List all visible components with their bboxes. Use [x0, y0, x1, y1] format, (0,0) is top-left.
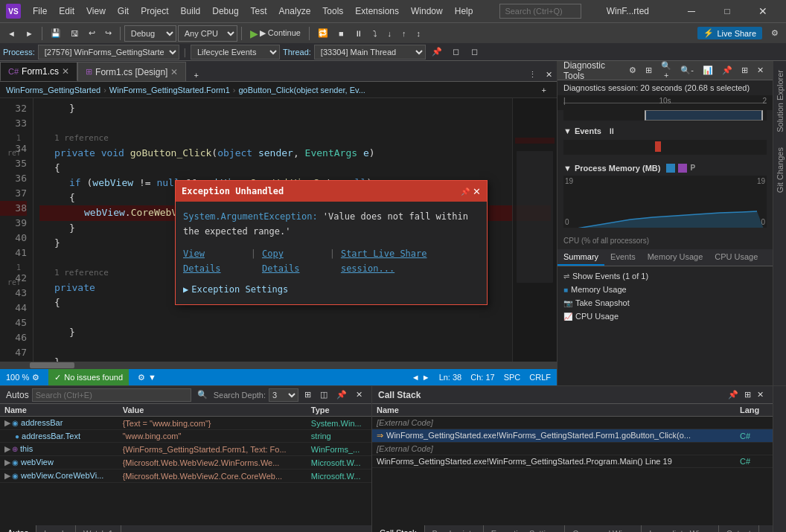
callstack-close-button[interactable]: ✕	[754, 388, 767, 401]
thread-btn-1[interactable]: ◻	[448, 45, 464, 58]
diag-close-button[interactable]: ✕	[754, 64, 767, 77]
menu-window[interactable]: Window	[405, 4, 449, 18]
autos-row-2[interactable]: ▶⊕ this {WinForms_GettingStarted.Form1, …	[0, 443, 371, 456]
zoom-level[interactable]: 100 % ⚙	[6, 373, 39, 382]
panel-close-editor[interactable]: ✕	[541, 68, 557, 81]
menu-test[interactable]: Test	[245, 4, 273, 18]
toolbar-btn-1[interactable]: 🔁	[313, 27, 333, 39]
autos-float-button[interactable]: 📌	[333, 388, 350, 401]
nav-forward-button[interactable]: ►	[21, 28, 38, 39]
live-share-session-link[interactable]: Start Live Share session...	[341, 246, 479, 276]
menu-tools[interactable]: Tools	[316, 4, 349, 18]
menu-file[interactable]: File	[27, 4, 53, 18]
diag-snapshot-row[interactable]: 📷 Take Snapshot	[560, 296, 770, 310]
tab-close-form1-design[interactable]: ✕	[170, 67, 178, 77]
process-dropdown[interactable]: [27576] WinForms_GettingStarted...	[38, 45, 179, 60]
toolbar-indicator[interactable]: ⚙ ▼	[138, 373, 156, 382]
breadcrumb-part-3[interactable]: goButton_Click(object sender, Ev...	[239, 86, 365, 94]
diag-settings-button[interactable]: ⚙	[626, 64, 639, 77]
lifecycle-dropdown[interactable]: Lifecycle Events	[191, 45, 280, 60]
callstack-pin-button[interactable]: 📌	[725, 388, 741, 401]
thread-pin-button[interactable]: 📌	[429, 46, 445, 57]
diag-memory-row[interactable]: ■ Memory Usage	[560, 283, 770, 296]
thread-dropdown[interactable]: [33304] Main Thread	[314, 45, 426, 60]
exception-pin-button[interactable]: 📌	[461, 186, 470, 197]
menu-git[interactable]: Git	[112, 4, 135, 18]
autos-row-1[interactable]: ● addressBar.Text "www.bing.com" string	[0, 430, 371, 443]
autos-expand-button[interactable]: ⊞	[301, 388, 314, 401]
nav-back-button[interactable]: ◄	[3, 28, 20, 39]
continue-button[interactable]: ▶ ▶ Continue	[246, 26, 305, 41]
menu-debug[interactable]: Debug	[206, 4, 244, 18]
menu-project[interactable]: Project	[135, 4, 174, 18]
events-pause-button[interactable]: ⏸	[604, 125, 619, 137]
debug-dropdown[interactable]: Debug	[124, 25, 176, 42]
breadcrumb-expand-button[interactable]: +	[537, 84, 551, 96]
exception-close-button[interactable]: ✕	[473, 186, 481, 197]
thread-btn-2[interactable]: ◻	[467, 45, 482, 58]
breadcrumb-part-2[interactable]: WinForms_GettingStarted.Form1	[109, 86, 230, 94]
diag-filter-button[interactable]: ⊞	[642, 64, 655, 77]
tab-form1-design[interactable]: ⊞ Form1.cs [Design] ✕	[77, 62, 186, 81]
sidebar-git-changes[interactable]: Git Changes	[774, 141, 786, 199]
autos-tab-locals[interactable]: Locals	[36, 525, 76, 532]
tab-menu-button[interactable]: ⋮	[524, 68, 541, 81]
cs-tab-immediate[interactable]: Immediate Win...	[642, 525, 719, 532]
view-details-link[interactable]: View Details	[183, 246, 245, 276]
autos-row-0[interactable]: ▶◉ addressBar {Text = "www.bing.com"} Sy…	[0, 417, 371, 430]
diag-bar-chart-button[interactable]: 📊	[700, 64, 716, 77]
exception-settings-row[interactable]: ▶ Exception Settings	[183, 282, 479, 297]
diag-float-button[interactable]: ⊞	[738, 64, 751, 77]
toolbar-btn-4[interactable]: ↕	[412, 28, 426, 39]
sidebar-solution-explorer[interactable]: Solution Explorer	[774, 64, 786, 138]
tab-form1-cs[interactable]: C# Form1.cs ✕	[0, 62, 77, 81]
toolbar-btn-3[interactable]: ⏸	[350, 28, 367, 39]
autos-view-button[interactable]: ◫	[317, 388, 330, 401]
copy-details-link[interactable]: Copy Details	[262, 246, 324, 276]
no-issues-badge[interactable]: ✓ No issues found	[48, 369, 129, 385]
toolbar-settings-button[interactable]: ⚙	[767, 27, 783, 39]
maximize-button[interactable]: □	[710, 0, 744, 22]
toolbar-undo-button[interactable]: ↩	[84, 27, 100, 39]
diag-tab-summary[interactable]: Summary	[557, 249, 604, 266]
autos-tab-autos[interactable]: Autos	[0, 525, 36, 532]
menu-analyze[interactable]: Analyze	[273, 4, 317, 18]
callstack-row-0[interactable]: [External Code]	[372, 417, 773, 429]
toolbar-step-over[interactable]: ⤵	[368, 28, 382, 39]
breadcrumb-part-1[interactable]: WinForms_GettingStarted	[6, 86, 100, 94]
menu-build[interactable]: Build	[175, 4, 207, 18]
autos-search-button[interactable]: 🔍	[194, 388, 211, 401]
toolbar-btn-2[interactable]: ■	[334, 28, 348, 39]
close-button[interactable]: ✕	[746, 0, 780, 22]
callstack-row-3[interactable]: WinForms_GettingStarted.exe!WinForms_Get…	[372, 455, 773, 468]
diag-zoom-out-button[interactable]: 🔍-	[677, 64, 697, 77]
toolbar-redo-button[interactable]: ↪	[100, 27, 116, 39]
cpu-dropdown[interactable]: Any CPU	[178, 25, 237, 42]
diag-tab-events[interactable]: Events	[604, 249, 642, 266]
diag-zoom-in-button[interactable]: 🔍+	[658, 60, 674, 81]
diag-tab-memory[interactable]: Memory Usage	[642, 249, 709, 266]
toolbar-save-all-button[interactable]: 🖫	[66, 28, 83, 39]
live-share-button[interactable]: ⚡ Live Share	[697, 27, 762, 39]
autos-row-4[interactable]: ▶◉ webView.CoreWebVi... {Microsoft.Web.W…	[0, 469, 371, 483]
callstack-row-2[interactable]: [External Code]	[372, 443, 773, 455]
cs-tab-breakpoints[interactable]: Breakpoints	[425, 525, 484, 532]
diag-pin-button[interactable]: 📌	[719, 64, 735, 77]
callstack-row-1[interactable]: ⇒WinForms_GettingStarted.exe!WinForms_Ge…	[372, 429, 773, 443]
diag-cpu-row[interactable]: 📈 CPU Usage	[560, 310, 770, 323]
autos-row-3[interactable]: ▶◉ webView {Microsoft.Web.WebView2.WinFo…	[0, 456, 371, 469]
toolbar-save-button[interactable]: 💾	[46, 27, 66, 39]
menu-help[interactable]: Help	[449, 4, 479, 18]
autos-tab-watch1[interactable]: Watch 1	[76, 525, 121, 532]
tab-add-button[interactable]: +	[189, 69, 202, 81]
tab-close-form1-cs[interactable]: ✕	[62, 66, 69, 77]
toolbar-step-out[interactable]: ↑	[397, 28, 411, 39]
cs-tab-exception[interactable]: Exception Settin...	[484, 525, 566, 532]
diag-tab-cpu[interactable]: CPU Usage	[709, 249, 764, 266]
toolbar-step-in[interactable]: ↓	[383, 28, 397, 39]
menu-view[interactable]: View	[80, 4, 112, 18]
autos-depth-select[interactable]: 3	[269, 388, 298, 402]
search-input[interactable]	[499, 4, 581, 19]
menu-edit[interactable]: Edit	[53, 4, 80, 18]
cs-tab-output[interactable]: Output	[719, 525, 759, 532]
